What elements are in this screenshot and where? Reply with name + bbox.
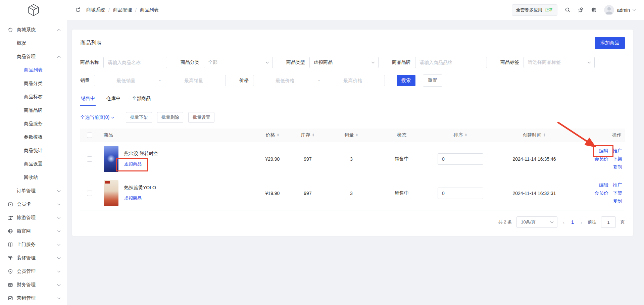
price-label: 价格	[239, 78, 249, 84]
batch-toolbar: 全选当前页(0) 批量下架 批量删除 批量设置	[80, 112, 625, 123]
batch-settings-button[interactable]: 批量设置	[188, 112, 214, 123]
col-sales[interactable]: 销量▲▼	[326, 132, 377, 138]
sidebar-item-goods-brand[interactable]: 商品品牌	[0, 104, 67, 117]
sidebar: 商城系统 概况 商品管理 商品列表 商品分类 商品标签 商品品牌	[0, 0, 67, 305]
sort-value-input[interactable]	[438, 188, 483, 199]
goods-brand-input[interactable]	[415, 57, 487, 68]
col-price[interactable]: 价格▲▼	[256, 132, 289, 138]
goods-type-tag-link[interactable]: 虚拟商品	[124, 196, 142, 201]
topbar: 商城系统 / 商品管理 / 商品列表 全套餐多应用 正常	[67, 0, 644, 20]
tab-on-sale[interactable]: 销售中	[80, 96, 96, 106]
copy-link[interactable]: 复制	[613, 198, 622, 204]
promote-link[interactable]: 推广	[613, 148, 622, 154]
sidebar-item-goods-category[interactable]: 商品分类	[0, 77, 67, 90]
tab-in-warehouse[interactable]: 仓库中	[106, 96, 121, 106]
sort-icon[interactable]: ▲▼	[543, 134, 546, 137]
sidebar-item-finance-manage[interactable]: 财务管理	[0, 278, 67, 292]
sidebar-item-travel-manage[interactable]: 旅游管理	[0, 211, 67, 224]
sidebar-item-door-service[interactable]: 上门服务	[0, 238, 67, 251]
off-shelf-link[interactable]: 下架	[613, 156, 622, 162]
sort-icon[interactable]: ▲▼	[312, 134, 315, 137]
col-actions: 操作	[575, 132, 625, 138]
edit-link[interactable]: 编辑	[599, 148, 608, 153]
sidebar-item-goods-stats[interactable]: 商品统计	[0, 144, 67, 157]
goods-stock: 997	[289, 191, 326, 196]
prev-page-button[interactable]: ‹	[562, 219, 565, 225]
plan-badge[interactable]: 全套餐多应用 正常	[512, 4, 557, 16]
sidebar-item-recycle-bin[interactable]: 回收站	[0, 171, 67, 184]
promote-link[interactable]: 推广	[613, 182, 622, 188]
user-menu[interactable]: admin	[604, 5, 635, 15]
sidebar-item-micro-site[interactable]: 微官网	[0, 224, 67, 238]
chevron-down-icon	[57, 296, 61, 299]
sidebar-item-goods-list[interactable]: 商品列表	[0, 63, 67, 77]
breadcrumb-item[interactable]: 商品管理	[113, 7, 132, 13]
refresh-icon[interactable]	[75, 7, 81, 13]
app-logo[interactable]	[0, 0, 67, 20]
goods-tag-select[interactable]: 请选择商品标签	[524, 57, 595, 68]
row-actions: 编辑 会员价 推广	[575, 148, 625, 170]
select-all-link[interactable]: 全选当前页(0)	[80, 114, 114, 120]
price-min-input[interactable]	[253, 78, 317, 84]
sort-icon[interactable]: ▲▼	[277, 134, 280, 137]
chevron-down-icon	[57, 229, 61, 232]
sidebar-item-goods-service[interactable]: 商品服务	[0, 117, 67, 131]
chevron-down-icon	[57, 189, 61, 192]
col-sort[interactable]: 排序▲▼	[427, 132, 494, 138]
row-checkbox[interactable]	[87, 191, 92, 196]
sidebar-item-marketing-manage[interactable]: 营销管理	[0, 292, 67, 305]
reset-button[interactable]: 重置	[423, 74, 442, 87]
sidebar-item-decorate-manage[interactable]: 装修管理	[0, 251, 67, 265]
chevron-down-icon	[371, 60, 375, 63]
member-price-link[interactable]: 会员价	[594, 156, 608, 162]
price-max-input[interactable]	[321, 78, 385, 84]
goto-page-input[interactable]	[601, 216, 616, 228]
tab-all-goods[interactable]: 全部商品	[131, 96, 151, 106]
sidebar-item-goods-tag[interactable]: 商品标签	[0, 90, 67, 104]
sidebar-item-goods-manage[interactable]: 商品管理	[0, 50, 67, 63]
goods-name-input[interactable]	[103, 57, 167, 68]
copy-link[interactable]: 复制	[613, 164, 622, 170]
goods-type-select[interactable]: 虚拟商品	[309, 57, 379, 68]
sidebar-item-param-template[interactable]: 参数模板	[0, 131, 67, 144]
sidebar-item-mall-system[interactable]: 商城系统	[0, 23, 67, 37]
sales-min-input[interactable]	[94, 78, 158, 84]
col-stock[interactable]: 库存▲▼	[289, 132, 326, 138]
select-all-checkbox[interactable]	[87, 133, 92, 138]
member-price-link[interactable]: 会员价	[594, 190, 608, 196]
sidebar-item-member-card[interactable]: 会员卡	[0, 198, 67, 211]
current-page[interactable]: 1	[570, 219, 575, 225]
next-page-button[interactable]: ›	[580, 219, 583, 225]
search-icon[interactable]	[565, 7, 571, 13]
sales-max-input[interactable]	[162, 78, 226, 84]
sort-icon[interactable]: ▲▼	[465, 134, 467, 137]
gear-icon[interactable]	[591, 7, 597, 13]
row-checkbox[interactable]	[87, 156, 92, 162]
filter-row-1: 商品名称 商品分类 全部 商品类型 虚拟商品	[80, 57, 625, 68]
goods-category-select[interactable]: 全部	[204, 57, 273, 68]
table-row: 熊出没 逆转时空 虚拟商品 ¥29.90 997 3 销售中	[80, 142, 625, 176]
sort-icon[interactable]: ▲▼	[356, 134, 358, 137]
sort-value-input[interactable]	[438, 153, 483, 165]
chevron-down-icon	[57, 256, 61, 259]
edit-link[interactable]: 编辑	[599, 182, 608, 188]
goods-type-tag-link[interactable]: 虚拟商品	[124, 161, 142, 166]
sidebar-item-member-manage[interactable]: 会员管理	[0, 265, 67, 278]
page-size-select[interactable]: 10条/页	[516, 216, 557, 228]
chevron-up-icon	[57, 56, 61, 59]
sidebar-item-order-manage[interactable]: 订单管理	[0, 184, 67, 198]
goods-name-label: 商品名称	[80, 59, 99, 65]
off-shelf-link[interactable]: 下架	[613, 190, 622, 196]
breadcrumb-item[interactable]: 商品列表	[140, 7, 159, 13]
add-goods-button[interactable]: 添加商品	[595, 37, 625, 49]
batch-delete-button[interactable]: 批量删除	[157, 112, 183, 123]
rocket-icon[interactable]	[578, 7, 584, 13]
col-created[interactable]: 创建时间▲▼	[494, 132, 575, 138]
sidebar-item-overview[interactable]: 概况	[0, 37, 67, 50]
goods-brand-label: 商品品牌	[392, 59, 411, 65]
goods-status: 销售中	[377, 156, 427, 162]
breadcrumb-item[interactable]: 商城系统	[86, 7, 105, 13]
search-button[interactable]: 搜索	[397, 75, 415, 86]
sidebar-item-goods-settings[interactable]: 商品设置	[0, 157, 67, 171]
batch-off-shelf-button[interactable]: 批量下架	[126, 112, 152, 123]
